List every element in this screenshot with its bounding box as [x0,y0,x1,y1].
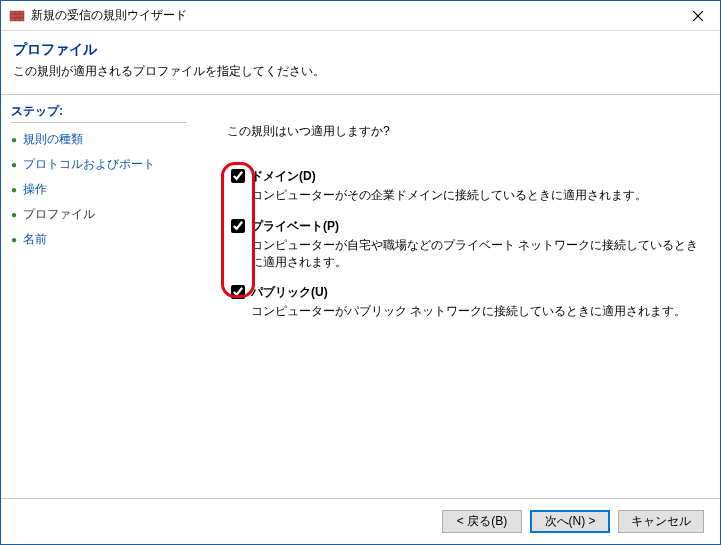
step-profile[interactable]: ● プロファイル [11,202,187,227]
window-title: 新規の受信の規則ウイザード [31,7,187,24]
bullet-icon: ● [11,234,17,245]
step-label: プロファイル [23,206,95,223]
checkbox-row-public: パブリック(U) コンピューターがパブリック ネットワークに接続しているときに適… [231,284,700,330]
wizard-content: この規則はいつ適用しますか? ドメイン(D) コンピューターがその企業ドメインに… [197,95,720,498]
checkbox-text: ドメイン(D) コンピューターがその企業ドメインに接続しているときに適用されます… [251,168,700,214]
wizard-window: 新規の受信の規則ウイザード プロファイル この規則が適用されるプロファイルを指定… [0,0,721,545]
checkbox-text: プライベート(P) コンピューターが自宅や職場などのプライベート ネットワークに… [251,218,700,281]
firewall-icon [9,8,25,24]
steps-sidebar: ステップ: ● 規則の種類 ● プロトコルおよびポート ● 操作 ● プロファイ… [1,95,197,498]
wizard-header: プロファイル この規則が適用されるプロファイルを指定してください。 [1,31,720,95]
step-label: プロトコルおよびポート [23,156,155,173]
steps-heading: ステップ: [11,103,187,123]
back-button[interactable]: < 戻る(B) [442,510,522,533]
content-question: この規則はいつ適用しますか? [227,123,700,140]
page-description: この規則が適用されるプロファイルを指定してください。 [13,63,708,80]
step-rule-type[interactable]: ● 規則の種類 [11,127,187,152]
step-label: 名前 [23,231,47,248]
bullet-icon: ● [11,134,17,145]
public-label: パブリック(U) [251,284,700,301]
public-description: コンピューターがパブリック ネットワークに接続しているときに適用されます。 [251,303,700,320]
domain-description: コンピューターがその企業ドメインに接続しているときに適用されます。 [251,187,700,204]
bullet-icon: ● [11,209,17,220]
cancel-button[interactable]: キャンセル [618,510,704,533]
private-label: プライベート(P) [251,218,700,235]
wizard-footer: < 戻る(B) 次へ(N) > キャンセル [1,498,720,544]
step-protocol-ports[interactable]: ● プロトコルおよびポート [11,152,187,177]
private-checkbox[interactable] [231,219,245,233]
checkbox-row-private: プライベート(P) コンピューターが自宅や職場などのプライベート ネットワークに… [231,218,700,281]
checkbox-row-domain: ドメイン(D) コンピューターがその企業ドメインに接続しているときに適用されます… [231,168,700,214]
next-button[interactable]: 次へ(N) > [530,510,610,533]
private-description: コンピューターが自宅や職場などのプライベート ネットワークに接続しているときに適… [251,237,700,271]
wizard-body: ステップ: ● 規則の種類 ● プロトコルおよびポート ● 操作 ● プロファイ… [1,95,720,498]
step-label: 操作 [23,181,47,198]
checkbox-text: パブリック(U) コンピューターがパブリック ネットワークに接続しているときに適… [251,284,700,330]
page-title: プロファイル [13,41,708,59]
domain-checkbox[interactable] [231,169,245,183]
close-button[interactable] [675,1,720,31]
titlebar: 新規の受信の規則ウイザード [1,1,720,31]
step-label: 規則の種類 [23,131,83,148]
profile-checkbox-group: ドメイン(D) コンピューターがその企業ドメインに接続しているときに適用されます… [217,168,700,330]
bullet-icon: ● [11,159,17,170]
bullet-icon: ● [11,184,17,195]
step-name[interactable]: ● 名前 [11,227,187,252]
step-action[interactable]: ● 操作 [11,177,187,202]
public-checkbox[interactable] [231,285,245,299]
domain-label: ドメイン(D) [251,168,700,185]
